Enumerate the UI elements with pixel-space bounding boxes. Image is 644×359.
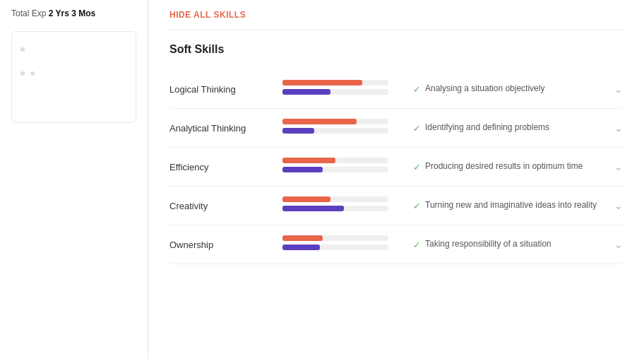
orange-bar-track — [282, 80, 388, 86]
skill-name: Creativity — [169, 201, 282, 211]
left-card — [11, 31, 136, 123]
chevron-down-icon[interactable]: ⌄ — [614, 161, 623, 172]
skill-description: ✓ Turning new and imaginative ideas into… — [413, 199, 607, 213]
soft-skills-title: Soft Skills — [169, 43, 623, 56]
chevron-down-icon[interactable]: ⌄ — [614, 83, 623, 95]
right-panel: HIDE ALL SKILLS Soft Skills Logical Thin… — [148, 0, 644, 359]
skill-desc-text: Taking responsibility of a situation — [425, 237, 551, 250]
check-icon: ✓ — [413, 160, 421, 175]
orange-bar-track — [282, 196, 388, 202]
skill-description: ✓ Producing desired results in optimum t… — [413, 160, 607, 175]
section-divider — [169, 30, 623, 30]
purple-bar-wrap — [282, 206, 399, 211]
purple-bar-fill — [282, 167, 323, 172]
skill-bars — [282, 196, 399, 215]
skill-description: ✓ Analysing a situation objectively — [413, 82, 607, 97]
orange-bar-wrap — [282, 158, 399, 163]
purple-bar-track — [282, 167, 388, 172]
dot-1 — [20, 47, 25, 52]
orange-bar-fill — [282, 196, 330, 202]
skill-desc-text: Analysing a situation objectively — [425, 82, 544, 95]
check-icon: ✓ — [413, 238, 421, 252]
skill-row: Ownership ✓ Taking responsibility of a s… — [169, 225, 623, 264]
purple-bar-track — [282, 89, 388, 95]
skill-description: ✓ Taking responsibility of a situation — [413, 237, 607, 252]
skill-bars — [282, 119, 399, 137]
purple-bar-wrap — [282, 245, 399, 250]
skill-row: Logical Thinking ✓ Analysing a situation… — [169, 70, 623, 109]
dot-2 — [20, 71, 25, 76]
left-panel: Total Exp 2 Yrs 3 Mos — [0, 0, 148, 359]
check-icon: ✓ — [413, 83, 421, 97]
skill-name: Ownership — [169, 240, 282, 250]
hide-all-skills-button[interactable]: HIDE ALL SKILLS — [169, 0, 246, 27]
orange-bar-fill — [282, 235, 323, 241]
check-icon: ✓ — [413, 199, 421, 213]
skill-bars — [282, 235, 399, 254]
skill-name: Logical Thinking — [169, 84, 282, 95]
orange-bar-track — [282, 119, 388, 124]
purple-bar-track — [282, 128, 388, 134]
skill-row: Analytical Thinking ✓ Identifying and de… — [169, 109, 623, 148]
chevron-down-icon[interactable]: ⌄ — [614, 122, 623, 134]
skill-description: ✓ Identifying and defining problems — [413, 121, 607, 136]
total-experience: Total Exp 2 Yrs 3 Mos — [11, 8, 136, 18]
skill-desc-text: Identifying and defining problems — [425, 121, 549, 134]
purple-bar-track — [282, 245, 388, 250]
skill-name: Analytical Thinking — [169, 123, 282, 134]
purple-bar-track — [282, 206, 388, 211]
purple-bar-fill — [282, 245, 320, 250]
purple-bar-fill — [282, 128, 314, 134]
orange-bar-track — [282, 235, 388, 241]
purple-bar-wrap — [282, 89, 399, 95]
skill-desc-text: Producing desired results in optimum tim… — [425, 160, 583, 172]
skill-row: Efficiency ✓ Producing desired results i… — [169, 148, 623, 187]
purple-bar-wrap — [282, 167, 399, 172]
orange-bar-wrap — [282, 235, 399, 241]
orange-bar-wrap — [282, 119, 399, 124]
chevron-down-icon[interactable]: ⌄ — [614, 200, 623, 211]
purple-bar-fill — [282, 206, 344, 211]
orange-bar-fill — [282, 158, 335, 163]
orange-bar-track — [282, 158, 388, 163]
orange-bar-fill — [282, 80, 362, 86]
orange-bar-wrap — [282, 80, 399, 86]
purple-bar-fill — [282, 89, 330, 95]
purple-bar-wrap — [282, 128, 399, 134]
dot-3 — [30, 71, 35, 76]
skill-name: Efficiency — [169, 162, 282, 172]
orange-bar-fill — [282, 119, 357, 124]
skill-bars — [282, 80, 399, 98]
skill-desc-text: Turning new and imaginative ideas into r… — [425, 199, 597, 211]
orange-bar-wrap — [282, 196, 399, 202]
skill-row: Creativity ✓ Turning new and imaginative… — [169, 187, 623, 225]
check-icon: ✓ — [413, 122, 421, 136]
dot-row — [20, 64, 127, 83]
skill-bars — [282, 158, 399, 176]
skills-list: Logical Thinking ✓ Analysing a situation… — [169, 70, 623, 264]
chevron-down-icon[interactable]: ⌄ — [614, 239, 623, 250]
